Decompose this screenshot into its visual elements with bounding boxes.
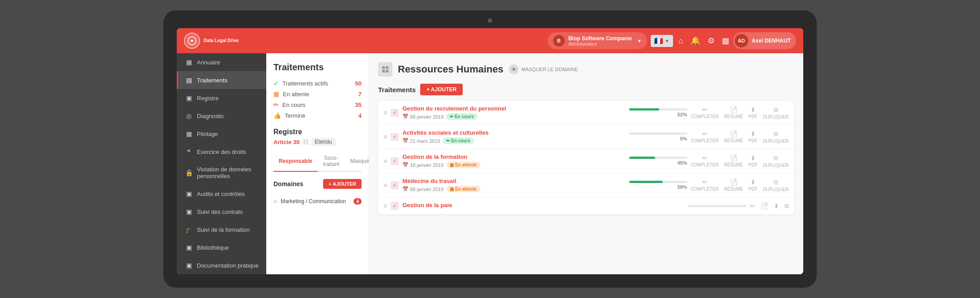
svg-rect-1 bbox=[382, 66, 385, 69]
tabs-row: Responsable Sous-traitant Masqué bbox=[273, 151, 362, 172]
duplicate-button[interactable]: ⧉DUPLIQUER bbox=[763, 179, 789, 192]
complete-button[interactable]: ✏COMPLÉTER bbox=[691, 130, 719, 143]
domain-row-marketing[interactable]: ≡ Marketing / Communication 4 bbox=[273, 194, 362, 209]
duplicate-button[interactable]: ⧉ bbox=[784, 202, 789, 210]
row-checkbox[interactable]: ✓ bbox=[391, 109, 399, 117]
resume-button[interactable]: 📄RÉSUMÉ bbox=[724, 154, 743, 167]
bell-icon[interactable]: 🔔 bbox=[690, 36, 700, 46]
company-dropdown-icon: ▼ bbox=[637, 38, 642, 43]
complete-button[interactable]: ✏COMPLÉTER bbox=[691, 179, 719, 192]
sidebar-item-droits[interactable]: ❝ Exercice des droits bbox=[177, 143, 266, 161]
sidebar-item-violation[interactable]: 🔒 Violation de données personnelles bbox=[177, 161, 266, 185]
article-row: Article 30 ⛓ Etendu bbox=[273, 138, 362, 146]
user-pill[interactable]: AD Axel DENHAUT bbox=[733, 32, 796, 49]
resume-button[interactable]: 📄 bbox=[761, 202, 768, 209]
add-domain-button[interactable]: + AJOUTER bbox=[323, 179, 362, 189]
sidebar-item-pilotage[interactable]: ▦ Pilotage bbox=[177, 125, 266, 143]
row-checkbox[interactable]: ✓ bbox=[391, 181, 399, 189]
resume-button[interactable]: 📄RÉSUMÉ bbox=[724, 130, 743, 143]
grid-view-button[interactable] bbox=[378, 62, 392, 77]
resume-button[interactable]: 📄RÉSUMÉ bbox=[724, 179, 743, 192]
pdf-button[interactable]: ⬇ bbox=[774, 202, 779, 209]
registre-section-title: Registre bbox=[273, 128, 362, 136]
complete-icon: ✏ bbox=[702, 106, 707, 113]
stat-actifs-icon: ✓ bbox=[273, 80, 279, 87]
company-avatar: B bbox=[553, 35, 565, 47]
row-checkbox[interactable]: ✓ bbox=[391, 202, 399, 210]
treatment-name[interactable]: Gestion du recrutement du personnel bbox=[402, 105, 625, 112]
sidebar-label-diagnostic: Diagnostic bbox=[197, 113, 224, 119]
pdf-button[interactable]: ⬇PDF bbox=[749, 154, 758, 167]
status-icon: ▦ bbox=[450, 162, 454, 167]
duplicate-icon: ⧉ bbox=[774, 154, 778, 162]
sidebar-item-annuaire[interactable]: ▦ Annuaire bbox=[177, 53, 266, 71]
home-icon[interactable]: ⌂ bbox=[678, 36, 683, 46]
treatment-date: 📅 08 janvier 2019 bbox=[402, 114, 443, 119]
treatment-info: Gestion de la paie bbox=[402, 202, 685, 210]
treatment-info: Gestion de la formation 📅 18 janvier 201… bbox=[402, 153, 625, 168]
resume-icon: 📄 bbox=[730, 154, 737, 162]
duplicate-button[interactable]: ⧉DUPLIQUER bbox=[763, 106, 789, 119]
drag-handle: ≡ bbox=[383, 158, 387, 165]
stat-termine-count: 4 bbox=[358, 112, 362, 119]
add-treatment-button[interactable]: + AJOUTER bbox=[420, 84, 463, 95]
sidebar-label-violation: Violation de données personnelles bbox=[197, 166, 259, 179]
sidebar-item-registre[interactable]: ▣ Registre bbox=[177, 89, 266, 107]
duplicate-button[interactable]: ⧉DUPLIQUER bbox=[763, 130, 789, 144]
tab-sous-traitant[interactable]: Sous-traitant bbox=[318, 151, 345, 172]
sidebar-item-audits[interactable]: ▣ Audits et contrôles bbox=[177, 185, 266, 203]
row-checkbox[interactable]: ✓ bbox=[391, 133, 399, 141]
sidebar: ▦ Annuaire ▤ Traitements ▣ Registre ◎ Di… bbox=[177, 53, 266, 274]
company-pill[interactable]: B Blop Software Companie Administrateur … bbox=[548, 32, 647, 49]
calendar-icon: 📅 bbox=[402, 114, 409, 119]
pdf-button[interactable]: ⬇PDF bbox=[749, 130, 758, 143]
treatment-name[interactable]: Gestion de la paie bbox=[402, 202, 685, 209]
pdf-button[interactable]: ⬇PDF bbox=[749, 179, 758, 192]
sidebar-item-formation[interactable]: 🎓 Suivi de la formation bbox=[177, 221, 266, 238]
treatment-name[interactable]: Activités sociales et culturelles bbox=[402, 129, 625, 136]
complete-icon: ✏ bbox=[702, 130, 707, 137]
treatment-name[interactable]: Médecine du travail bbox=[402, 178, 625, 184]
resume-button[interactable]: 📄RÉSUMÉ bbox=[724, 106, 743, 119]
duplicate-button[interactable]: ⧉DUPLIQUER bbox=[763, 154, 789, 168]
contrats-icon: ▣ bbox=[185, 208, 192, 215]
bibliotheque-icon: ▣ bbox=[185, 244, 192, 251]
mask-label: MASQUER LE DOMAINE bbox=[521, 67, 578, 72]
treatment-name[interactable]: Gestion de la formation bbox=[402, 153, 625, 160]
formation-icon: 🎓 bbox=[185, 226, 192, 233]
treatment-progress: 58% bbox=[629, 181, 687, 190]
stats-icon[interactable]: ▦ bbox=[722, 36, 729, 46]
registre-icon: ▣ bbox=[185, 94, 192, 102]
complete-icon: ✏ bbox=[702, 154, 707, 162]
pdf-icon: ⬇ bbox=[774, 202, 779, 209]
stat-attente-count: 7 bbox=[358, 91, 362, 98]
treatment-progress: 45% bbox=[629, 157, 687, 166]
drag-handle: ≡ bbox=[383, 182, 387, 189]
row-checkbox[interactable]: ✓ bbox=[391, 157, 399, 165]
flag-chevron: ▼ bbox=[665, 38, 669, 43]
language-selector[interactable]: 🇫🇷 ▼ bbox=[651, 35, 673, 47]
stat-termine-icon: 👍 bbox=[273, 112, 281, 119]
sidebar-item-bibliotheque[interactable]: ▣ Bibliothèque bbox=[177, 238, 266, 256]
treatment-actions: ✏COMPLÉTER 📄RÉSUMÉ ⬇PDF ⧉DUPLIQUER bbox=[691, 106, 789, 119]
pdf-button[interactable]: ⬇PDF bbox=[749, 106, 758, 119]
tab-responsable[interactable]: Responsable bbox=[273, 151, 318, 172]
sidebar-item-traitements[interactable]: ▤ Traitements bbox=[177, 71, 266, 89]
duplicate-icon: ⧉ bbox=[774, 106, 778, 114]
drag-handle: ≡ bbox=[383, 133, 387, 140]
sidebar-item-documentation[interactable]: ▣ Documentation pratique bbox=[177, 256, 266, 274]
sidebar-item-diagnostic[interactable]: ◎ Diagnostic bbox=[177, 107, 266, 125]
complete-button[interactable]: ✏ bbox=[750, 202, 755, 209]
mask-domain-button[interactable]: 👁 MASQUER LE DOMAINE bbox=[509, 64, 578, 74]
domain-count: 4 bbox=[354, 198, 362, 204]
status-icon: ▦ bbox=[450, 187, 454, 192]
gear-icon[interactable]: ⚙ bbox=[707, 36, 715, 46]
sidebar-item-contrats[interactable]: ▣ Suivi des contrats bbox=[177, 203, 266, 221]
stat-encours-count: 35 bbox=[355, 102, 362, 108]
progress-bar bbox=[629, 181, 687, 183]
complete-button[interactable]: ✏COMPLÉTER bbox=[691, 106, 719, 119]
complete-button[interactable]: ✏COMPLÉTER bbox=[691, 154, 719, 167]
treatment-actions: ✏COMPLÉTER 📄RÉSUMÉ ⬇PDF ⧉DUPLIQUER bbox=[691, 130, 789, 144]
tab-masque[interactable]: Masqué bbox=[345, 151, 369, 172]
logo-text: Data Legal Drive bbox=[204, 38, 239, 43]
